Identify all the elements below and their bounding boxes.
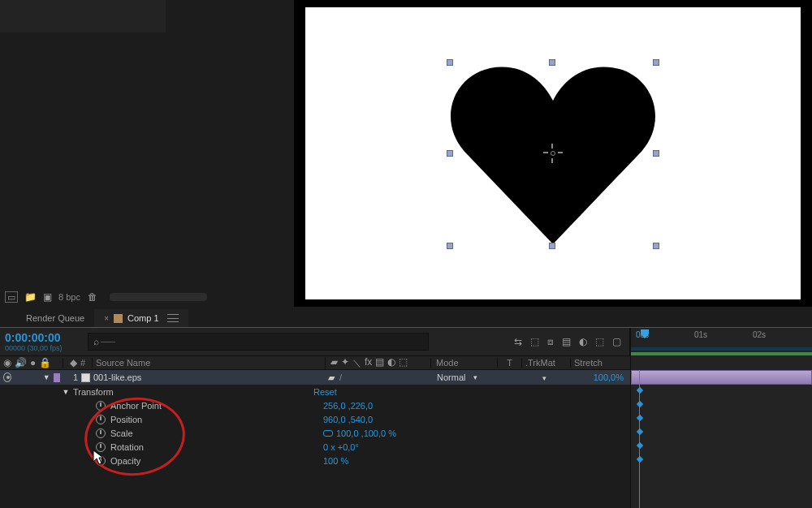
current-time-block[interactable]: 0:00:00:00 00000 (30,00 fps) [0, 329, 88, 354]
box-icon[interactable]: ⬚ [530, 337, 539, 347]
prop-scale[interactable]: Scale 100,0 ,100,0 % [0, 426, 630, 440]
layer-name[interactable]: 001-like.eps [93, 372, 141, 382]
transform-label: Transform [73, 387, 313, 397]
timeline-search[interactable]: ⌕ [88, 333, 429, 351]
blend-mode-dropdown[interactable]: Normal▾ [437, 372, 499, 382]
col-mode[interactable]: Mode [430, 358, 497, 368]
project-scrollbar[interactable] [110, 293, 207, 301]
transform-reset[interactable]: Reset [313, 387, 337, 397]
ruler-label-2: 02s [753, 330, 766, 339]
keyframe-marker [637, 456, 643, 463]
layer-color-label[interactable] [54, 373, 60, 382]
folder-icon[interactable]: 📁 [24, 292, 37, 302]
prop-anchor-point[interactable]: Anchor Point 256,0 ,226,0 [0, 398, 630, 412]
switch-adj-icon[interactable]: ◐ [387, 357, 395, 369]
panel-menu-icon[interactable] [167, 314, 179, 322]
tab-comp[interactable]: × Comp 1 [94, 309, 188, 327]
layer-index: 1 [63, 372, 81, 382]
project-panel: ▭ 📁 ▣ 8 bpc 🗑 [0, 0, 294, 307]
marker-icon[interactable]: ▢ [612, 337, 621, 347]
layer-stretch[interactable]: 100,0% [572, 372, 630, 382]
link-icon[interactable] [323, 430, 333, 437]
keyframe-marker [637, 401, 643, 407]
comp-canvas[interactable] [305, 7, 801, 299]
switch-fx-icon[interactable]: fx [365, 357, 372, 369]
bpc-label[interactable]: 8 bpc [58, 292, 80, 302]
keyframe-marker [637, 442, 643, 449]
anchor-point-icon[interactable] [545, 145, 561, 161]
visibility-toggle[interactable] [3, 372, 11, 382]
ruler-label-1: 01s [694, 330, 707, 339]
position-value[interactable]: 960,0 ,540,0 [323, 415, 373, 424]
stopwatch-icon[interactable] [96, 401, 106, 411]
cursor-icon [93, 450, 106, 466]
rotation-value[interactable]: 0 x +0,0° [323, 442, 359, 452]
lock-col-icon[interactable]: 🔒 [39, 358, 51, 368]
solo-col-icon[interactable]: ● [30, 358, 36, 368]
speaker-col-icon[interactable]: 🔊 [15, 358, 27, 368]
graph-icon[interactable]: ⧈ [547, 337, 554, 347]
frame-blend-icon[interactable]: ▤ [562, 337, 571, 347]
col-t[interactable]: T [497, 358, 521, 368]
keyframe-marker [637, 428, 643, 435]
trkmat-dropdown[interactable]: ▾ [542, 374, 546, 382]
project-footer: ▭ 📁 ▣ 8 bpc 🗑 [0, 287, 294, 307]
opacity-value[interactable]: 100 % [323, 456, 348, 466]
keyframe-marker [637, 415, 643, 421]
shy-toggle-icon[interactable]: ⇆ [514, 337, 522, 347]
trash-icon[interactable]: 🗑 [87, 291, 98, 303]
file-icon [81, 373, 90, 382]
stopwatch-icon[interactable] [96, 428, 106, 438]
switch-3d-icon[interactable]: ⬚ [399, 357, 408, 369]
label-col-icon[interactable]: ◆ [70, 358, 77, 368]
close-icon[interactable]: × [104, 314, 109, 323]
timeline-track-area[interactable] [630, 370, 812, 508]
switch-star-icon[interactable]: ✦ [341, 357, 349, 369]
transform-twirl-icon[interactable]: ▼ [62, 388, 70, 396]
timeline-tabs: Render Queue × Comp 1 [0, 307, 812, 328]
switch-shy-icon[interactable]: ▰ [330, 357, 338, 369]
comp-icon [114, 314, 123, 323]
tab-render-queue[interactable]: Render Queue [16, 309, 94, 327]
composition-viewer[interactable] [294, 0, 812, 307]
frames-subtitle: 00000 (30,00 fps) [5, 344, 83, 352]
layer-twirl-icon[interactable]: ▼ [43, 373, 50, 381]
stopwatch-icon[interactable] [96, 415, 106, 424]
motion-blur-icon[interactable]: ◐ [579, 337, 587, 347]
search-icon: ⌕ [93, 337, 99, 347]
layer-row-1[interactable]: ▼ 1 001-like.eps ▰/ Normal▾ ▾ 100,0% [0, 370, 630, 385]
switch-mb-icon[interactable]: ▤ [375, 357, 384, 369]
col-stretch[interactable]: Stretch [570, 358, 628, 368]
layer-duration-bar[interactable] [631, 370, 812, 385]
anchor-value[interactable]: 256,0 ,226,0 [323, 401, 373, 411]
eye-col-icon[interactable]: ◉ [3, 358, 11, 368]
prop-position[interactable]: Position 960,0 ,540,0 [0, 412, 630, 426]
new-comp-icon[interactable]: ▣ [43, 292, 52, 302]
current-timecode: 0:00:00:00 [5, 331, 83, 344]
keyframe-marker [637, 387, 643, 394]
col-trkmat[interactable]: .TrkMat [521, 358, 570, 368]
col-source-name[interactable]: Source Name [93, 358, 325, 368]
ruler-label-0: 00s [636, 330, 649, 339]
rect-icon[interactable]: ▭ [5, 291, 18, 303]
scale-value[interactable]: 100,0 ,100,0 % [323, 428, 396, 438]
brain-icon[interactable]: ⬚ [595, 337, 604, 347]
time-ruler[interactable]: 00s 01s 02s [630, 328, 812, 355]
col-num[interactable]: # [80, 358, 85, 368]
transform-group[interactable]: ▼ Transform Reset [0, 385, 630, 398]
